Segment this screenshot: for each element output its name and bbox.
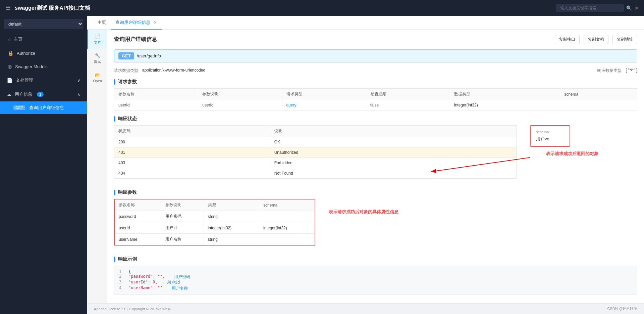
section-bar-icon4: [114, 257, 115, 262]
rsp-row-uname-schema: [259, 234, 315, 245]
panel-tab-test-label: 调试: [94, 59, 101, 64]
close-icon[interactable]: ✕: [635, 5, 639, 11]
panel-tab-doc-label: 文档: [94, 40, 101, 45]
footer-left: Apache License 2.0 | Copyright © 2019-Kn…: [94, 307, 171, 311]
response-params-table: 参数名称 参数说明 类型 schema password 用户密码: [114, 199, 315, 245]
rp-row-datatype: integer(int32): [450, 100, 560, 110]
method-bar: GET /user/getInfo: [114, 49, 637, 62]
code-line-2: 2 "password": "", 用户密码: [119, 274, 632, 280]
table-row: 404 Not Found: [114, 168, 517, 179]
rs-col-desc: 说明: [270, 126, 516, 137]
rp-row-required: false: [366, 100, 450, 110]
rp-col-datatype: 数据类型: [450, 89, 560, 100]
tab-user-detail-label: 查询用户详细信息: [115, 19, 150, 26]
sidebar-sub-item-user-detail[interactable]: GET 查询用户详细信息: [0, 101, 87, 114]
rsp-row-uid-desc: 用户id: [161, 222, 204, 234]
sidebar-doc-management[interactable]: 📄 文档管理 ∨: [0, 73, 87, 87]
response-type-value: [ "*/*" ]: [626, 68, 637, 74]
rp-row-type[interactable]: query: [286, 103, 297, 107]
schema-annotation-area: schema 用户vo: [530, 125, 637, 164]
response-params-content: 参数名称 参数说明 类型 schema password 用户密码: [114, 199, 637, 251]
user-icon: ☁: [7, 92, 11, 97]
rsp-row-uid-name: userId: [114, 222, 161, 234]
response-status-section-header: 响应状态: [114, 116, 637, 122]
content-area: 主页 查询用户详细信息 ✕ 📄 文档 🔧 调试 📂: [87, 16, 644, 314]
header-title: swagger测试 服务API接口文档: [15, 5, 90, 12]
sidebar-item-authorize[interactable]: 🔒 Authorize: [0, 46, 87, 60]
top-header: ☰ swagger测试 服务API接口文档 🔍 ✕: [0, 0, 644, 16]
rp-col-desc: 参数说明: [198, 89, 282, 100]
panel-tab-open-label: Open: [93, 79, 102, 83]
panel-tab-open[interactable]: 📂 Open: [87, 69, 107, 87]
sidebar-swagger-label: Swagger Models: [15, 64, 48, 69]
tab-main[interactable]: 主页: [93, 16, 111, 30]
code-block: 1 { 2 "password": "", 用户密码 3 "userId": 0…: [114, 266, 637, 295]
search-input[interactable]: [556, 4, 624, 12]
method-path: /user/getInfo: [137, 53, 161, 58]
annotation-text-bottom: 表示请求成功后对象的具体属性信息: [329, 209, 398, 215]
inner-split: 📄 文档 🔧 调试 📂 Open 查询用户详细信息 复制: [87, 30, 644, 303]
tab-bar: 主页 查询用户详细信息 ✕: [87, 16, 644, 30]
sidebar-user-group[interactable]: ☁ 用户信息 1 ∧: [0, 87, 87, 101]
schema-box-title: schema: [536, 130, 564, 134]
copy-interface-btn[interactable]: 复制接口: [555, 35, 580, 44]
copy-address-btn[interactable]: 复制地址: [612, 35, 637, 44]
response-status-content: 状态码 说明 200 OK 401: [114, 125, 637, 184]
copy-doc-btn[interactable]: 复制文档: [584, 35, 608, 44]
sidebar-item-swagger-models[interactable]: ◎ Swagger Models: [0, 60, 87, 73]
response-params-title: 响应参数: [118, 189, 137, 195]
response-type-label: 响应数据类型: [597, 68, 622, 74]
annotation-text-top: 表示请求成功后返回的对象: [546, 151, 598, 157]
lineno-1: 1: [119, 269, 126, 274]
doc-icon: 📄: [7, 78, 12, 83]
annotation-container-top: 表示请求成功后返回的对象: [530, 151, 598, 164]
table-row: password 用户密码 string: [114, 211, 315, 222]
doc-content: 查询用户详细信息 复制接口 复制文档 复制地址 GET /user/getInf…: [107, 30, 644, 303]
rsp-col-type: 类型: [204, 199, 259, 211]
sidebar: default ⌂ 主页 🔒 Authorize ◎ Swagger Model…: [0, 16, 87, 314]
method-badge: GET: [118, 52, 134, 59]
rsp-row-pw-schema: [259, 211, 315, 222]
search-icon[interactable]: 🔍: [626, 5, 632, 11]
sidebar-select[interactable]: default: [4, 19, 83, 29]
tab-close-icon[interactable]: ✕: [154, 20, 157, 25]
response-example-section: 响应示例 1 { 2 "password": "", 用户密码: [114, 256, 637, 295]
lock-icon: 🔒: [8, 50, 13, 56]
rp-col-schema: schema: [560, 89, 637, 100]
code-text-2: "password": "",: [128, 274, 165, 280]
code-line-1: 1 {: [119, 269, 632, 274]
sidebar-select-wrap: default: [0, 16, 87, 32]
rsp-row-uid-schema: integer(int32): [259, 222, 315, 234]
code-line-3: 3 "userId": 0, 用户id: [119, 280, 632, 285]
panel-tab-test[interactable]: 🔧 调试: [87, 49, 107, 69]
response-status-title: 响应状态: [118, 116, 137, 122]
section-bar-icon3: [114, 190, 115, 195]
table-row: userId userId query false integer(int32): [114, 100, 637, 110]
rs-row-404-code: 404: [114, 168, 270, 179]
data-types-row: 请求数据类型 application/x-www-form-urlencoded…: [114, 68, 637, 74]
request-type-value: application/x-www-form-urlencoded: [142, 68, 205, 74]
user-badge: 1: [37, 92, 44, 97]
tab-user-detail[interactable]: 查询用户详细信息 ✕: [111, 16, 162, 30]
code-comment-3: 用户id: [167, 280, 180, 285]
chevron-up-icon: ∧: [77, 92, 80, 97]
request-type-label: 请求数据类型: [114, 68, 138, 74]
request-params-section-header: 请求参数: [114, 79, 637, 85]
panel-tab-doc[interactable]: 📄 文档: [87, 30, 107, 49]
sidebar-item-home[interactable]: ⌂ 主页: [0, 32, 87, 46]
sidebar-sub-label: 查询用户详细信息: [29, 105, 64, 111]
table-row: 200 OK: [114, 137, 517, 147]
rsp-row-uid-type: integer(int32): [204, 222, 259, 234]
table-row: 401 Unauthorized: [114, 147, 517, 158]
chevron-down-icon: ∨: [77, 78, 80, 83]
main-layout: default ⌂ 主页 🔒 Authorize ◎ Swagger Model…: [0, 16, 644, 314]
section-bar-icon: [114, 79, 115, 85]
left-panel-tabs: 📄 文档 🔧 调试 📂 Open: [87, 30, 107, 303]
menu-icon[interactable]: ☰: [5, 4, 11, 12]
rs-col-code: 状态码: [114, 126, 270, 137]
code-line-4: 4 "userName": "" 用户名称: [119, 285, 632, 291]
response-status-wrapper: 响应状态 状态码 说明 200: [114, 116, 637, 184]
response-example-title: 响应示例: [118, 256, 137, 262]
response-params-section-header: 响应参数: [114, 189, 637, 195]
code-text-1: {: [128, 269, 131, 274]
